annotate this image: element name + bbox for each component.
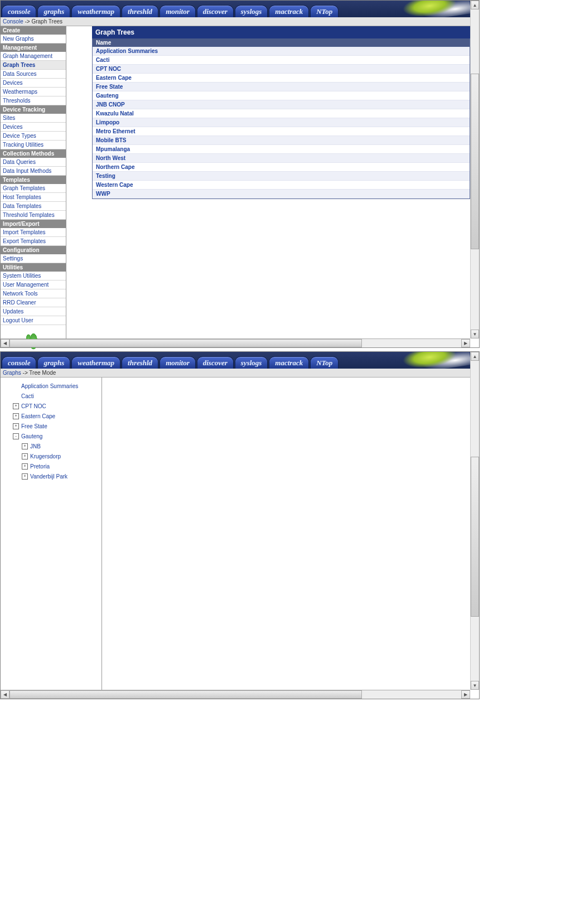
graph-tree-row[interactable]: JNB CNOP [93, 100, 470, 109]
nav-item-network-tools[interactable]: Network Tools [1, 289, 66, 298]
expand-icon[interactable]: + [22, 453, 28, 459]
nav-item-system-utilities[interactable]: System Utilities [1, 272, 66, 280]
tab-monitor[interactable]: monitor [160, 356, 196, 369]
graph-tree-row[interactable]: Mpumalanga [93, 145, 470, 154]
tree-node-jnb[interactable]: +JNB [4, 441, 100, 451]
hscroll-thumb[interactable] [9, 690, 362, 699]
tree-node-application-summaries[interactable]: Application Summaries [4, 381, 100, 391]
graph-tree-row[interactable]: Gauteng [93, 91, 470, 100]
nav-item-data-templates[interactable]: Data Templates [1, 202, 66, 211]
graph-tree-row[interactable]: Kwazulu Natal [93, 109, 470, 118]
nav-item-thresholds[interactable]: Thresholds [1, 96, 66, 105]
tree-node-krugersdorp[interactable]: +Krugersdorp [4, 451, 100, 461]
graph-tree-row[interactable]: Testing [93, 172, 470, 181]
scroll-right-arrow[interactable]: ▶ [461, 690, 470, 699]
horizontal-scrollbar[interactable]: ◀ ▶ [1, 338, 470, 347]
vertical-scrollbar[interactable]: ▲ ▼ [470, 352, 479, 690]
tab-ntop[interactable]: NTop [310, 356, 339, 369]
tab-ntop[interactable]: NTop [310, 5, 339, 17]
breadcrumb-link-console[interactable]: Console [3, 18, 23, 25]
graph-tree-row[interactable]: Metro Ethernet [93, 127, 470, 136]
nav-item-rrd-cleaner[interactable]: RRD Cleaner [1, 298, 66, 307]
tab-threshld[interactable]: threshld [122, 356, 158, 369]
collapse-icon[interactable]: - [13, 433, 19, 439]
graph-tree-row[interactable]: Limpopo [93, 118, 470, 127]
graph-tree-row[interactable]: Cacti [93, 56, 470, 65]
graph-tree-row[interactable]: Application Summaries [93, 47, 470, 56]
nav-item-threshold-templates[interactable]: Threshold Templates [1, 211, 66, 220]
column-header-name[interactable]: Name [93, 38, 470, 47]
tab-mactrack[interactable]: mactrack [269, 5, 309, 17]
tab-monitor[interactable]: monitor [160, 5, 196, 17]
nav-item-settings[interactable]: Settings [1, 254, 66, 263]
expand-icon[interactable]: + [22, 473, 28, 480]
horizontal-scrollbar[interactable]: ◀ ▶ [1, 690, 470, 699]
nav-item-new-graphs[interactable]: New Graphs [1, 35, 66, 43]
tab-weathermap[interactable]: weathermap [71, 356, 120, 369]
nav-item-logout-user[interactable]: Logout User [1, 316, 66, 325]
scroll-up-arrow[interactable]: ▲ [471, 1, 479, 9]
vertical-scrollbar[interactable]: ▲ ▼ [470, 1, 479, 338]
nav-item-export-templates[interactable]: Export Templates [1, 237, 66, 246]
expand-icon[interactable]: + [22, 463, 28, 470]
nav-item-data-queries[interactable]: Data Queries [1, 158, 66, 167]
nav-item-graph-management[interactable]: Graph Management [1, 52, 66, 61]
tab-console[interactable]: console [2, 356, 36, 369]
nav-item-data-sources[interactable]: Data Sources [1, 70, 66, 79]
scroll-right-arrow[interactable]: ▶ [461, 339, 470, 347]
nav-item-sites[interactable]: Sites [1, 114, 66, 123]
tree-node-eastern-cape[interactable]: +Eastern Cape [4, 411, 100, 421]
nav-item-data-input-methods[interactable]: Data Input Methods [1, 167, 66, 176]
hscroll-thumb[interactable] [9, 339, 362, 347]
nav-item-host-templates[interactable]: Host Templates [1, 193, 66, 202]
graph-tree-row[interactable]: WWP [93, 190, 470, 199]
nav-item-user-management[interactable]: User Management [1, 280, 66, 289]
tree-node-vanderbijl-park[interactable]: +Vanderbijl Park [4, 471, 100, 481]
tree-node-cpt-noc[interactable]: +CPT NOC [4, 401, 100, 411]
tab-syslogs[interactable]: syslogs [235, 5, 268, 17]
scroll-down-arrow[interactable]: ▼ [471, 330, 479, 338]
tab-graphs[interactable]: graphs [37, 356, 70, 369]
tab-graphs[interactable]: graphs [37, 5, 70, 17]
tab-mactrack[interactable]: mactrack [269, 356, 309, 369]
nav-item-graph-templates[interactable]: Graph Templates [1, 184, 66, 193]
breadcrumb-link-graphs[interactable]: Graphs [3, 370, 21, 376]
nav-item-updates[interactable]: Updates [1, 307, 66, 316]
nav-item-graph-trees[interactable]: Graph Trees [1, 61, 66, 70]
tree-node-pretoria[interactable]: +Pretoria [4, 461, 100, 471]
graph-tree-row[interactable]: CPT NOC [93, 65, 470, 74]
scroll-thumb[interactable] [471, 74, 479, 250]
graph-tree-row[interactable]: Eastern Cape [93, 74, 470, 83]
scroll-down-arrow[interactable]: ▼ [471, 681, 479, 690]
nav-item-devices[interactable]: Devices [1, 79, 66, 88]
scroll-left-arrow[interactable]: ◀ [1, 339, 9, 347]
expand-icon[interactable]: + [13, 413, 19, 419]
expand-icon[interactable]: + [13, 403, 19, 409]
tab-syslogs[interactable]: syslogs [235, 356, 268, 369]
tab-discover[interactable]: discover [197, 5, 234, 17]
main-content: Graph Trees Name Application SummariesCa… [92, 26, 470, 338]
nav-item-tracking-utilities[interactable]: Tracking Utilities [1, 141, 66, 149]
expand-icon[interactable]: + [22, 443, 28, 449]
tab-discover[interactable]: discover [197, 356, 234, 369]
scroll-left-arrow[interactable]: ◀ [1, 690, 9, 699]
graph-tree-row[interactable]: Free State [93, 83, 470, 91]
graph-tree-row[interactable]: Mobile BTS [93, 136, 470, 145]
tree-node-free-state[interactable]: +Free State [4, 421, 100, 431]
scroll-thumb[interactable] [471, 457, 479, 617]
graph-tree-row[interactable]: Northern Cape [93, 163, 470, 172]
expand-icon[interactable]: + [13, 423, 19, 429]
tab-weathermap[interactable]: weathermap [71, 5, 120, 17]
nav-item-devices[interactable]: Devices [1, 123, 66, 132]
tab-threshld[interactable]: threshld [122, 5, 158, 17]
nav-item-device-types[interactable]: Device Types [1, 132, 66, 141]
tree-node-cacti[interactable]: Cacti [4, 391, 100, 401]
nav-item-weathermaps[interactable]: Weathermaps [1, 88, 66, 96]
nav-item-import-templates[interactable]: Import Templates [1, 228, 66, 237]
scroll-up-arrow[interactable]: ▲ [471, 352, 479, 361]
tab-console[interactable]: console [2, 5, 36, 17]
graph-tree-row[interactable]: Western Cape [93, 181, 470, 190]
tree-node-gauteng[interactable]: -Gauteng [4, 431, 100, 441]
graph-tree-row[interactable]: North West [93, 154, 470, 163]
tree-node-label: Gauteng [21, 433, 42, 439]
